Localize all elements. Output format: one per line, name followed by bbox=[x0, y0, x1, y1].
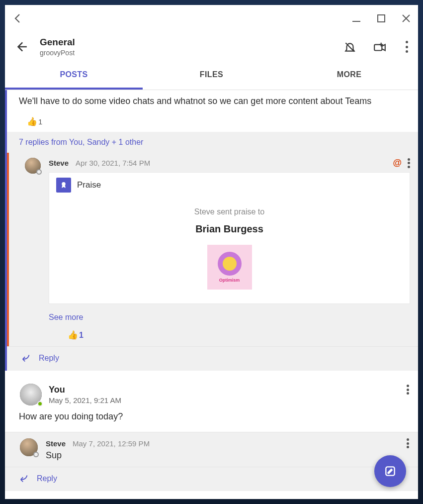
channel-info: General groovyPost bbox=[36, 37, 326, 57]
mention-icon: @ bbox=[393, 158, 402, 168]
praise-sent-text: Steve sent praise to bbox=[59, 207, 400, 216]
reply-link[interactable]: Reply bbox=[39, 354, 59, 363]
channel-more-button[interactable] bbox=[405, 41, 408, 53]
reply-link[interactable]: Reply bbox=[37, 474, 57, 483]
reaction-bar[interactable]: 👍 1 bbox=[23, 325, 410, 346]
reply-item: Steve Apr 30, 2021, 7:54 PM @ Praise bbox=[7, 153, 418, 346]
post-timestamp: May 5, 2021, 9:21 AM bbox=[49, 396, 121, 404]
reply-timestamp: May 7, 2021, 12:59 PM bbox=[73, 439, 150, 448]
status-away-icon bbox=[33, 452, 39, 457]
history-back-button[interactable] bbox=[12, 12, 24, 24]
maximize-icon[interactable] bbox=[376, 13, 386, 23]
reply-message: Sup bbox=[19, 450, 409, 461]
channel-title: General bbox=[40, 37, 326, 48]
avatar bbox=[25, 158, 41, 174]
close-icon[interactable] bbox=[401, 13, 411, 23]
reply-timestamp: Apr 30, 2021, 7:54 PM bbox=[76, 159, 150, 167]
reply-more-button[interactable] bbox=[407, 438, 409, 448]
avatar bbox=[20, 438, 38, 456]
post-message: We'll have to do some video chats and wh… bbox=[7, 90, 418, 112]
notifications-off-icon[interactable] bbox=[343, 41, 355, 53]
video-call-icon[interactable] bbox=[373, 41, 385, 53]
status-away-icon bbox=[36, 169, 42, 175]
avatar bbox=[20, 384, 42, 405]
channel-back-button[interactable] bbox=[15, 40, 28, 53]
reply-header: Steve Apr 30, 2021, 7:54 PM @ bbox=[23, 158, 410, 168]
thread-item: We'll have to do some video chats and wh… bbox=[5, 90, 418, 371]
reply-author: Steve bbox=[46, 439, 66, 448]
praise-sticker: Optimism bbox=[207, 245, 252, 290]
post-message: How are you doing today? bbox=[19, 404, 409, 422]
post-author: You bbox=[49, 385, 121, 395]
praise-badge-icon bbox=[56, 178, 71, 193]
post-more-button[interactable] bbox=[407, 385, 409, 395]
channel-header: General groovyPost bbox=[5, 32, 418, 62]
tab-bar: POSTS FILES MORE bbox=[5, 62, 418, 90]
thumbs-up-icon: 👍 bbox=[68, 330, 78, 340]
praise-card[interactable]: Praise Steve sent praise to Brian Burges… bbox=[49, 172, 410, 304]
reply-item: Steve May 7, 2021, 12:59 PM Sup bbox=[5, 432, 418, 467]
reply-more-button[interactable] bbox=[408, 158, 410, 168]
reply-arrow-icon bbox=[21, 353, 32, 364]
tab-posts[interactable]: POSTS bbox=[5, 62, 143, 90]
replies-summary[interactable]: 7 replies from You, Sandy + 1 other bbox=[7, 132, 418, 153]
sun-icon bbox=[218, 252, 242, 276]
reaction-bar[interactable]: 👍 1 bbox=[7, 112, 418, 132]
status-online-icon bbox=[37, 401, 43, 406]
posts-feed[interactable]: We'll have to do some video chats and wh… bbox=[5, 90, 418, 499]
praise-label: Praise bbox=[77, 180, 101, 190]
minimize-icon[interactable] bbox=[351, 13, 361, 23]
tab-files[interactable]: FILES bbox=[143, 62, 280, 90]
title-bar bbox=[5, 5, 418, 32]
tab-more[interactable]: MORE bbox=[280, 62, 418, 90]
app-window: General groovyPost POSTS FILES MORE We'l… bbox=[5, 5, 418, 499]
reaction-count: 1 bbox=[38, 117, 42, 126]
praise-header: Praise bbox=[49, 173, 410, 198]
post-header: You May 5, 2021, 9:21 AM bbox=[19, 385, 409, 404]
post-item: You May 5, 2021, 9:21 AM How are you doi… bbox=[5, 377, 418, 429]
reply-author: Steve bbox=[49, 159, 69, 167]
praise-recipient: Brian Burgess bbox=[59, 223, 400, 235]
thread-item: You May 5, 2021, 9:21 AM How are you doi… bbox=[5, 377, 418, 491]
reply-arrow-icon bbox=[19, 473, 30, 484]
reaction-count: 1 bbox=[79, 331, 84, 340]
reply-bar[interactable]: Reply bbox=[7, 346, 418, 371]
praise-body: Steve sent praise to Brian Burgess Optim… bbox=[49, 198, 410, 303]
svg-rect-1 bbox=[378, 15, 385, 22]
thumbs-up-icon: 👍 bbox=[27, 116, 37, 127]
compose-button[interactable] bbox=[374, 455, 406, 487]
see-more-link[interactable]: See more bbox=[23, 304, 410, 325]
svg-point-7 bbox=[62, 182, 66, 186]
channel-subtitle: groovyPost bbox=[40, 49, 326, 57]
sticker-label: Optimism bbox=[219, 278, 240, 283]
reply-bar[interactable]: Reply bbox=[5, 467, 418, 491]
reply-header: Steve May 7, 2021, 12:59 PM bbox=[19, 438, 409, 448]
